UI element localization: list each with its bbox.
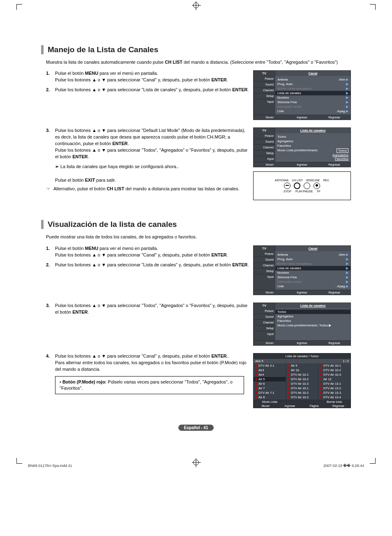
- side-item: Input: [254, 331, 275, 337]
- num: 3.: [46, 303, 55, 316]
- t: ENTER: [72, 154, 88, 159]
- t: EXIT: [85, 178, 95, 183]
- side-item: Input: [254, 156, 275, 162]
- channel-list-grid: Lista de canales / Todos Aire 5 1 / 2 DT…: [253, 353, 351, 408]
- side-item: Setup: [254, 93, 275, 99]
- btn-icon: [284, 183, 291, 189]
- t: Pulse los botones ▲ o ▼ para seleccionar…: [55, 252, 211, 257]
- t: CH LIST: [292, 179, 303, 182]
- t: Modo Lista: [254, 400, 286, 404]
- osd-canal-2: TV Canal Picture Sound Channel Setup Inp…: [253, 245, 351, 295]
- osd-tv: TV: [254, 128, 275, 133]
- t: .: [227, 252, 228, 257]
- side-item: Channel: [254, 262, 275, 268]
- arrow-icon: ➣: [55, 164, 59, 169]
- t: Pulse el botón: [55, 178, 85, 183]
- exit-note: Pulse el botón EXIT para salir.: [55, 177, 249, 183]
- t: ENTER: [211, 353, 226, 358]
- foot: Ingresar: [286, 290, 318, 295]
- chlist-title: Lista de canales / Todos: [254, 353, 350, 359]
- section2-title: Visualización de la lista de canales: [41, 220, 351, 229]
- page-badge: Español - 41: [178, 425, 214, 431]
- t: Aire 5: [255, 359, 263, 363]
- t: .: [227, 77, 228, 82]
- t: Alternativo, pulse el botón: [53, 186, 107, 191]
- side-item: Setup: [254, 268, 275, 274]
- foot: Mover: [254, 162, 286, 167]
- t: ENTER: [211, 252, 226, 257]
- t: Agregados: [277, 314, 293, 318]
- t: Modo Lista predeterminado: Todos ▶: [277, 323, 331, 327]
- page-content: Manejo de la Lista de Canales Muestra la…: [25, 16, 367, 447]
- step-3: 3. Pulse los botones ▲ o ▼ para seleccio…: [46, 303, 249, 316]
- side-item: Channel: [254, 87, 275, 93]
- alt-note: Alternativo, pulse el botón CH LIST del …: [53, 186, 249, 192]
- t: Todos: [277, 310, 286, 314]
- t: .: [88, 310, 89, 314]
- drop: Agregados: [277, 153, 348, 157]
- step-3: 3. Pulse los botones ▲ o ▼ para seleccio…: [46, 127, 249, 160]
- foot: Regresar: [318, 115, 350, 120]
- t: ENTER: [232, 87, 247, 92]
- t: CH LIST: [107, 186, 125, 191]
- step-2: 2. Pulse los botones ▲ o ▼ para seleccio…: [46, 87, 249, 93]
- footer-right: 2007-02-15 �� 9:28:44: [323, 464, 364, 468]
- side-item: Setup: [254, 325, 275, 331]
- t: ENTER: [232, 262, 247, 267]
- foot: Mover: [254, 115, 286, 120]
- t: del mando a distancia. (Seleccione entre…: [182, 60, 338, 65]
- rec-btn-icon: [314, 183, 320, 189]
- t: ENTER: [211, 77, 226, 82]
- side-item: Picture: [254, 308, 275, 314]
- t: Favoritos: [277, 319, 291, 323]
- side-item: Channel: [254, 144, 275, 150]
- side-item: Channel: [254, 319, 275, 325]
- side-item: Picture: [254, 133, 275, 139]
- t: PLAY/PAUSE: [295, 190, 313, 193]
- t: del mando a distancia para mostrar las l…: [124, 186, 239, 191]
- num: 2.: [46, 87, 55, 93]
- step-4: 4. Pulse los botones ▲ o ▼ para seleccio…: [46, 353, 249, 373]
- chlist-btn-icon: [294, 183, 300, 189]
- t: .: [128, 141, 129, 146]
- t: 1 / 2: [343, 359, 349, 363]
- section2-intro: Puede mostrar una lista de todos los can…: [46, 234, 351, 240]
- drop: Favoritos: [277, 157, 348, 161]
- t: Pulse el botón: [55, 71, 85, 76]
- t: Regresar: [326, 404, 350, 408]
- t: .: [247, 262, 249, 267]
- t: Página: [302, 404, 326, 408]
- t: .: [247, 87, 249, 92]
- foot: Mover: [254, 341, 286, 345]
- t: [286, 400, 318, 404]
- foot: Ingresar: [286, 341, 318, 345]
- side-item: Sound: [254, 314, 275, 319]
- t: Pulse los botones ▲ o ▼ para seleccionar…: [55, 353, 211, 358]
- remote-diagram: ANTENNA CH LIST WISELINK REC STOP PLAY/P…: [253, 171, 351, 200]
- t: Botón (P.Mode) rojo:: [62, 379, 106, 384]
- t: ..: [227, 353, 229, 358]
- pmode-box: • Botón (P.Mode) rojo: Púlselo varias ve…: [55, 376, 244, 395]
- foot: Regresar: [318, 290, 350, 295]
- foot: Ingresar: [286, 115, 318, 120]
- t: Pulse los botones ▲ o ▼ para seleccionar…: [55, 77, 211, 82]
- t: MENU: [85, 71, 98, 76]
- crop-mark: [16, 458, 22, 464]
- t: Favoritos: [277, 144, 291, 148]
- step-1: 1. Pulse el botón MENU para ver el menú …: [46, 70, 249, 83]
- foot: Regresar: [318, 341, 350, 345]
- sel: Todos: [337, 148, 348, 153]
- osd-title: Lista de canales: [275, 303, 350, 308]
- foot: Ingresar: [286, 162, 318, 167]
- t: Para alternar entre todos los canales, l…: [55, 360, 247, 372]
- side-item: Sound: [254, 256, 275, 262]
- t: para ver el menú en pantalla.: [98, 71, 158, 76]
- t: Borrar todo: [318, 400, 350, 404]
- osd-tv: TV: [254, 246, 275, 251]
- t: Mover: [254, 404, 278, 408]
- t: Ingresar: [278, 404, 302, 408]
- num: 4.: [46, 353, 55, 373]
- osd-tv: TV: [254, 71, 275, 76]
- foot: Regresar: [318, 162, 350, 167]
- t: WISELINK: [306, 179, 320, 182]
